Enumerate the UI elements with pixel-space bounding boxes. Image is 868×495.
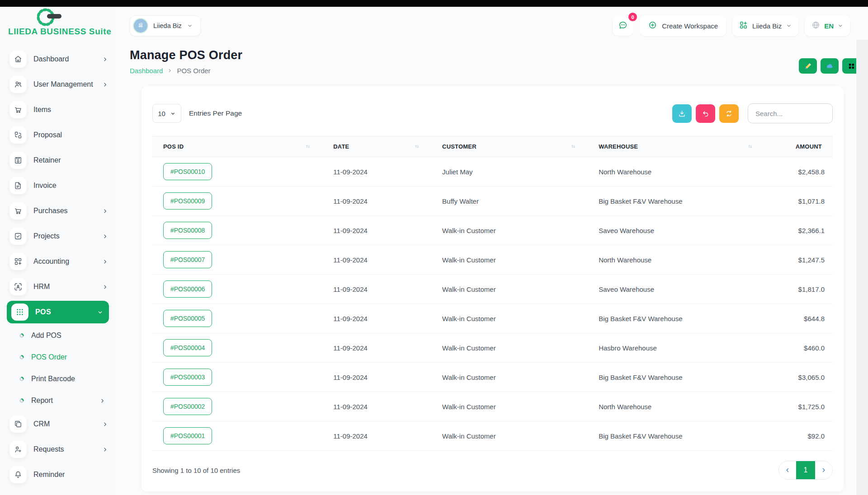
pagination-prev-button[interactable]: [779, 461, 796, 479]
icon-box: [9, 152, 27, 169]
sort-icon[interactable]: [570, 143, 577, 150]
top-black-bar: [0, 0, 868, 7]
pos-id-link[interactable]: #POS00005: [163, 310, 212, 327]
icon-box: [9, 51, 27, 68]
sidebar-item-crm[interactable]: CRM: [0, 411, 117, 437]
sidebar-item-user-management[interactable]: User Management: [0, 72, 117, 97]
refresh-button[interactable]: [719, 104, 739, 123]
sidebar-subitem-print-barcode[interactable]: Print Barcode: [0, 368, 117, 390]
cell-customer: Walk-in Customer: [431, 421, 588, 451]
sidebar-subitem-report[interactable]: Report: [0, 390, 117, 411]
cell-date: 11-09-2024: [322, 333, 431, 363]
sidebar-item-items[interactable]: Items: [0, 97, 117, 122]
edit-button[interactable]: [799, 58, 817, 74]
breadcrumb-current: POS Order: [177, 67, 210, 75]
chevron-right-icon: [820, 467, 827, 474]
cell-customer: Juliet May: [431, 157, 588, 187]
chat-badge: 0: [628, 13, 637, 21]
sort-icon: [305, 143, 311, 150]
sidebar-item-reminder[interactable]: Reminder: [0, 462, 117, 487]
column-header-amount[interactable]: AMOUNT: [764, 136, 833, 157]
entries-per-page-select[interactable]: 10: [152, 104, 181, 123]
pos-id-link[interactable]: #POS00006: [163, 280, 212, 298]
export-button[interactable]: [672, 104, 692, 123]
cell-warehouse: Big Basket F&V Warehouse: [588, 187, 764, 216]
sidebar-subitem-pos-order[interactable]: POS Order: [0, 346, 117, 368]
app-header: Liieda Biz 0 Create Workspace Liieda Biz: [130, 13, 860, 38]
sidebar-item-label: User Management: [33, 80, 93, 89]
language-selector[interactable]: EN: [805, 15, 850, 36]
chevron-right-icon: [167, 68, 173, 74]
sidebar-item-label: Dashboard: [33, 55, 69, 63]
sidebar-item-invoice[interactable]: Invoice: [0, 173, 117, 198]
icon-box: [9, 466, 27, 483]
quick-actions: [799, 58, 860, 74]
pos-id-link[interactable]: #POS00001: [163, 427, 212, 444]
pos-id-link[interactable]: #POS00010: [163, 163, 212, 180]
scrollbar-track[interactable]: [856, 40, 868, 495]
sidebar-item-hrm[interactable]: HRM: [0, 274, 117, 299]
sidebar-item-retainer[interactable]: Retainer: [0, 148, 117, 173]
chevron-down-icon: [786, 23, 792, 29]
sidebar: LIIEDA BUSINESS Suite DashboardUser Mana…: [0, 7, 117, 495]
search-input[interactable]: [748, 103, 833, 123]
chat-button[interactable]: 0: [613, 16, 633, 36]
table-footer: Showing 1 to 10 of 10 entries 1: [152, 461, 833, 480]
sidebar-item-dashboard[interactable]: Dashboard: [0, 47, 117, 72]
sidebar-item-pos[interactable]: POS: [7, 301, 109, 323]
pos-id-link[interactable]: #POS00009: [163, 192, 212, 210]
sidebar-item-proposal[interactable]: Proposal: [0, 122, 117, 148]
pos-id-link[interactable]: #POS00002: [163, 398, 212, 415]
sort-icon[interactable]: [305, 143, 311, 150]
create-workspace-label: Create Workspace: [662, 22, 718, 30]
cell-date: 11-09-2024: [322, 363, 431, 392]
pos-id-link[interactable]: #POS00004: [163, 339, 212, 356]
sort-icon[interactable]: [414, 143, 420, 150]
cell-date: 11-09-2024: [322, 304, 431, 333]
projects-icon: [14, 232, 23, 241]
chevron-right-icon: [102, 284, 108, 290]
pos-id-link[interactable]: #POS00007: [163, 251, 212, 268]
cell-amount: $460.0: [764, 333, 833, 363]
bell-icon: [14, 470, 23, 479]
sidebar-item-label: Reminder: [33, 471, 65, 479]
create-workspace-button[interactable]: Create Workspace: [640, 15, 726, 36]
workspace-name: Liieda Biz: [153, 22, 182, 29]
icon-box: [9, 177, 27, 194]
column-header-date[interactable]: DATE: [322, 136, 431, 157]
table-row: #POS0000111-09-2024Walk-in CustomerBig B…: [152, 421, 833, 451]
cloud-button[interactable]: [821, 58, 839, 74]
chevron-down-icon: [837, 23, 844, 29]
pos-id-link[interactable]: #POS00003: [163, 369, 212, 386]
workspace-switcher[interactable]: Liieda Biz: [732, 15, 798, 36]
pagination-next-button[interactable]: [815, 461, 832, 479]
breadcrumb: Dashboard POS Order: [130, 67, 242, 75]
chevron-down-icon: [187, 23, 193, 29]
sidebar-item-label: Projects: [33, 232, 60, 240]
cell-amount: $1,725.0: [764, 392, 833, 421]
column-header-pos-id[interactable]: POS ID: [152, 136, 322, 157]
column-header-warehouse[interactable]: WAREHOUSE: [588, 136, 764, 157]
sidebar-item-projects[interactable]: Projects: [0, 224, 117, 249]
workspace-pill[interactable]: Liieda Biz: [130, 15, 201, 36]
crm-icon: [14, 420, 23, 429]
cell-warehouse: Saveo Warehouse: [588, 275, 764, 304]
undo-button[interactable]: [696, 104, 715, 123]
main-content: Liieda Biz 0 Create Workspace Liieda Biz: [117, 7, 868, 495]
column-header-customer[interactable]: CUSTOMER: [431, 136, 588, 157]
sidebar-item-label: Accounting: [33, 257, 69, 266]
cell-warehouse: Big Basket F&V Warehouse: [588, 421, 764, 451]
icon-box: [9, 278, 27, 295]
sidebar-subitem-add-pos[interactable]: Add POS: [0, 325, 117, 346]
sort-icon[interactable]: [747, 143, 754, 150]
pagination-page-1[interactable]: 1: [796, 461, 815, 479]
pos-id-link[interactable]: #POS00008: [163, 222, 212, 239]
breadcrumb-dashboard[interactable]: Dashboard: [130, 67, 163, 75]
sidebar-subitem-label: Add POS: [31, 332, 61, 340]
sidebar-item-accounting[interactable]: Accounting: [0, 249, 117, 274]
language-label: EN: [824, 22, 834, 30]
undo-icon: [701, 109, 710, 118]
cell-customer: Walk-in Customer: [431, 275, 588, 304]
sidebar-item-requests[interactable]: Requests: [0, 437, 117, 462]
sidebar-item-purchases[interactable]: Purchases: [0, 198, 117, 224]
